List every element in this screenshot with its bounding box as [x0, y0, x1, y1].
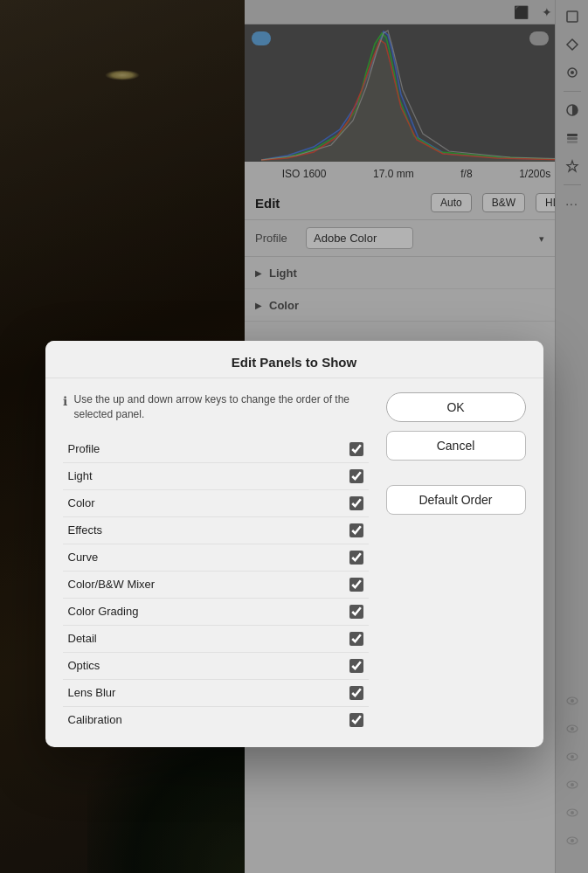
modal-body: ℹ Use the up and down arrow keys to chan… [45, 378, 543, 747]
checkbox-label-5: Color/B&W Mixer [68, 578, 156, 591]
modal-checkbox-row: Calibration [63, 707, 369, 733]
checkbox-input-2[interactable] [349, 496, 363, 510]
checkbox-input-8[interactable] [349, 659, 363, 673]
checkbox-label-2: Color [68, 496, 95, 509]
modal-checkbox-row: Lens Blur [63, 680, 369, 707]
modal-checkbox-row: Detail [63, 626, 369, 653]
checkbox-label-1: Light [68, 469, 93, 482]
checkbox-input-3[interactable] [349, 523, 363, 537]
checkbox-label-3: Effects [68, 523, 103, 537]
checkbox-input-5[interactable] [349, 578, 363, 592]
modal-checkbox-row: Effects [63, 517, 369, 544]
modal-checkbox-list: ProfileLightColorEffectsCurveColor/B&W M… [63, 436, 369, 733]
checkbox-input-6[interactable] [349, 605, 363, 619]
checkbox-input-10[interactable] [349, 713, 363, 727]
ok-button[interactable]: OK [386, 392, 526, 422]
checkbox-input-7[interactable] [349, 632, 363, 646]
checkbox-label-9: Lens Blur [68, 686, 116, 699]
modal-checkbox-row: Color [63, 490, 369, 517]
modal-checkbox-row: Light [63, 463, 369, 490]
modal-info-row: ℹ Use the up and down arrow keys to chan… [63, 392, 369, 422]
modal-checkbox-row: Color/B&W Mixer [63, 572, 369, 599]
checkbox-input-1[interactable] [349, 469, 363, 483]
modal-info-text: Use the up and down arrow keys to change… [74, 392, 369, 422]
modal-title: Edit Panels to Show [232, 355, 356, 370]
checkbox-input-0[interactable] [349, 442, 363, 456]
checkbox-input-9[interactable] [349, 686, 363, 700]
modal-checkbox-row: Profile [63, 436, 369, 463]
checkbox-label-6: Color Grading [68, 605, 139, 618]
cancel-button[interactable]: Cancel [386, 431, 526, 461]
modal-left-panel: ℹ Use the up and down arrow keys to chan… [63, 392, 369, 733]
default-order-button[interactable]: Default Order [386, 485, 526, 515]
checkbox-label-0: Profile [68, 442, 100, 455]
app-container: ⬛ ✦ ⋮ [0, 0, 588, 873]
modal-title-bar: Edit Panels to Show [45, 341, 543, 378]
modal-overlay: Edit Panels to Show ℹ Use the up and dow… [0, 0, 588, 873]
modal-checkbox-row: Curve [63, 544, 369, 572]
checkbox-label-10: Calibration [68, 713, 122, 726]
modal-dialog: Edit Panels to Show ℹ Use the up and dow… [45, 341, 543, 747]
modal-checkbox-row: Color Grading [63, 599, 369, 626]
checkbox-label-4: Curve [68, 551, 99, 564]
checkbox-label-8: Optics [68, 659, 100, 672]
checkbox-input-4[interactable] [349, 551, 363, 565]
modal-checkbox-row: Optics [63, 653, 369, 680]
info-icon: ℹ [63, 393, 67, 411]
checkbox-label-7: Detail [68, 632, 97, 645]
modal-right-panel: OK Cancel Default Order [386, 392, 526, 733]
